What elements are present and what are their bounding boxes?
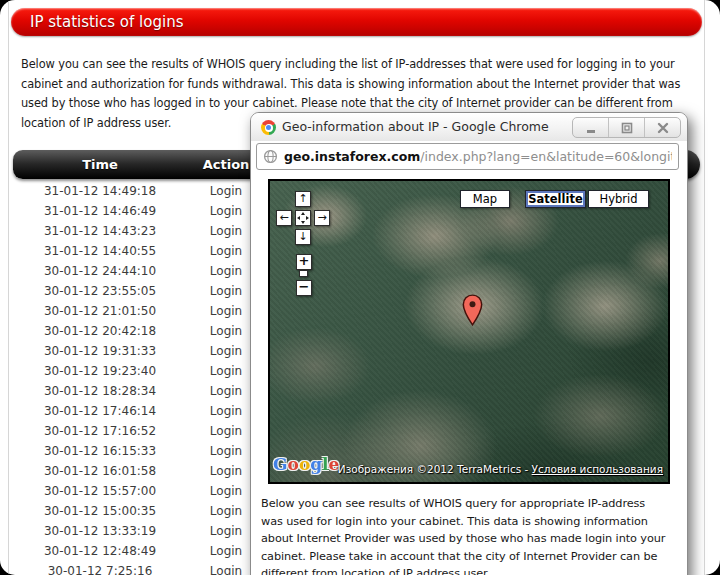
cell-time: 30-01-12 19:31:33	[29, 341, 171, 361]
cell-time: 30-01-12 24:44:10	[29, 261, 171, 281]
description-line: was used for login into your cabinet. Th…	[261, 513, 681, 531]
arrow-right-icon: →	[317, 211, 326, 224]
cell-time: 30-01-12 17:16:52	[29, 421, 171, 441]
google-logo[interactable]: Google	[273, 454, 339, 474]
page-right-border	[704, 0, 705, 575]
cell-time: 30-01-12 15:00:35	[29, 501, 171, 521]
terms-of-use-link[interactable]: Условия использования	[532, 463, 663, 475]
map-attribution: Изображения ©2012 TerraMetrics - Условия…	[338, 463, 663, 475]
cell-time: 30-01-12 16:01:58	[29, 461, 171, 481]
cell-time: 30-01-12 19:23:40	[29, 361, 171, 381]
page: IP statistics of logins Below you can se…	[0, 0, 720, 575]
arrow-left-icon: ←	[279, 211, 288, 224]
minimize-icon	[583, 120, 599, 136]
intro-line: Below you can see the results of WHOIS q…	[21, 55, 703, 75]
attribution-text: Изображения ©2012 TerraMetrics -	[338, 463, 532, 475]
pan-up-button[interactable]: ↑	[295, 191, 311, 207]
google-logo-letter: g	[310, 454, 322, 474]
cell-time: 31-01-12 14:46:49	[29, 201, 171, 221]
geo-popup-window: Geo-information about IP - Google Chrome	[250, 112, 688, 575]
address-bar[interactable]: geo.instaforex.com/index.php?lang=en&lat…	[256, 143, 679, 170]
cell-time: 30-01-12 12:48:49	[29, 541, 171, 561]
google-logo-letter: o	[288, 454, 299, 474]
zoom-slider-handle[interactable]	[299, 270, 308, 277]
url-path: /index.php?lang=en&latitude=60&longitude…	[420, 149, 672, 164]
map-type-map-button[interactable]: Map	[460, 190, 510, 208]
map-type-hybrid-button[interactable]: Hybrid	[588, 190, 649, 208]
pan-center-button[interactable]	[295, 210, 311, 226]
popup-description: Below you can see results of WHOIS query…	[261, 495, 681, 575]
intro-line: cabinet and authorization for funds with…	[21, 75, 703, 95]
popup-window-title: Geo-information about IP - Google Chrome	[282, 113, 549, 141]
page-title: IP statistics of logins	[11, 8, 702, 36]
minus-icon: −	[299, 279, 310, 294]
arrow-up-icon: ↑	[298, 192, 307, 205]
google-logo-letter: G	[273, 454, 288, 474]
url-host: geo.instaforex.com	[284, 149, 420, 164]
cell-time: 30-01-12 23:55:05	[29, 281, 171, 301]
description-line: cabinet. Please take in account that the…	[261, 548, 681, 566]
pan-right-button[interactable]: →	[314, 210, 330, 226]
globe-icon	[263, 149, 278, 164]
intro-line: used by those who has logged in to your …	[21, 94, 703, 114]
popup-title-bar[interactable]: Geo-information about IP - Google Chrome	[251, 113, 687, 141]
description-line: about Internet Provider was used by thos…	[261, 530, 681, 548]
map-type-satellite-button[interactable]: Satellite	[525, 190, 586, 208]
map-canvas[interactable]: ↑ ← → ↓ + − Map Satellite Hybrid Google	[268, 179, 670, 484]
page-left-border	[8, 0, 9, 575]
cell-time: 30-01-12 16:15:33	[29, 441, 171, 461]
cell-time: 31-01-12 14:40:55	[29, 241, 171, 261]
description-line: different from location of IP address us…	[261, 565, 681, 575]
cell-time: 30-01-12 7:25:16	[29, 561, 171, 575]
column-header-time: Time	[29, 150, 171, 179]
map-marker-pin[interactable]	[462, 293, 483, 327]
cell-time: 30-01-12 18:28:34	[29, 381, 171, 401]
cell-time: 30-01-12 20:42:18	[29, 321, 171, 341]
arrow-down-icon: ↓	[298, 230, 307, 243]
window-controls	[572, 117, 681, 138]
zoom-in-button[interactable]: +	[296, 254, 312, 270]
google-logo-letter: o	[299, 454, 310, 474]
cell-time: 30-01-12 13:33:19	[29, 521, 171, 541]
url-text: geo.instaforex.com/index.php?lang=en&lat…	[284, 149, 672, 164]
pan-down-button[interactable]: ↓	[295, 229, 311, 245]
cell-time: 30-01-12 21:01:50	[29, 301, 171, 321]
zoom-out-button[interactable]: −	[296, 280, 312, 296]
close-button[interactable]	[644, 118, 680, 137]
page-header: IP statistics of logins	[11, 8, 702, 36]
plus-icon: +	[299, 253, 310, 268]
pan-left-button[interactable]: ←	[276, 210, 292, 226]
pan-center-icon	[297, 212, 309, 224]
cell-time: 31-01-12 14:43:23	[29, 221, 171, 241]
description-line: Below you can see results of WHOIS query…	[261, 495, 681, 513]
minimize-button[interactable]	[573, 118, 608, 137]
close-icon	[655, 120, 671, 136]
maximize-icon	[619, 120, 635, 136]
maximize-button[interactable]	[608, 118, 644, 137]
cell-time: 31-01-12 14:49:18	[29, 181, 171, 201]
cell-time: 30-01-12 15:57:00	[29, 481, 171, 501]
cell-time: 30-01-12 17:46:14	[29, 401, 171, 421]
chrome-logo-icon	[261, 120, 276, 135]
